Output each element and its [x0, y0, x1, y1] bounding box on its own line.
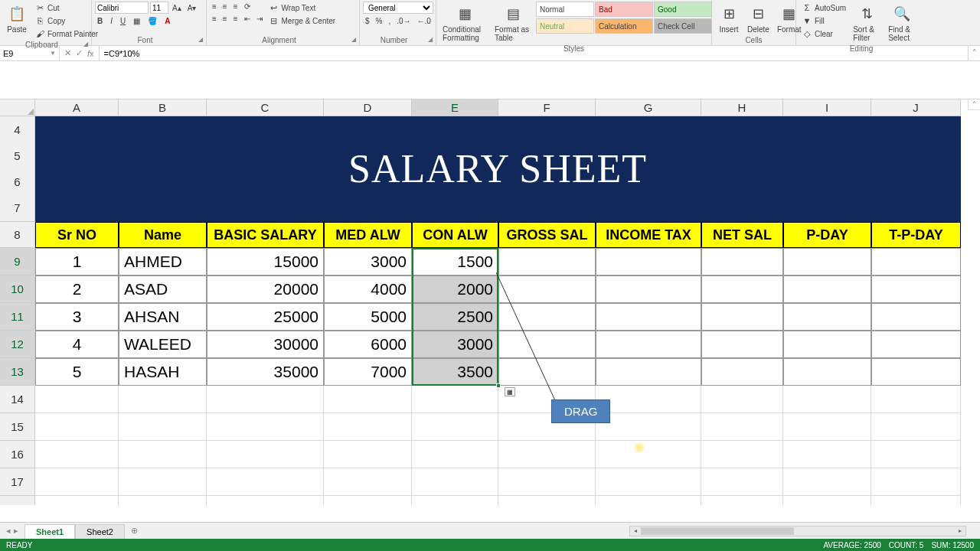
cell[interactable] [498, 441, 596, 468]
new-sheet-button[interactable]: ⊕ [125, 523, 144, 538]
cell[interactable] [701, 413, 783, 441]
align-left-button[interactable]: ≡ [210, 14, 219, 24]
cell[interactable] [701, 276, 783, 303]
style-good[interactable]: Good [654, 2, 712, 17]
cell[interactable] [596, 386, 701, 413]
row-header-15[interactable]: 15 [0, 413, 35, 441]
align-right-button[interactable]: ≡ [231, 14, 240, 24]
find-select-button[interactable]: 🔍Find & Select [885, 2, 919, 44]
cell[interactable] [783, 386, 871, 413]
hdr-basic[interactable]: BASIC SALARY [207, 222, 324, 248]
cell[interactable] [783, 276, 871, 303]
style-neutral[interactable]: Neutral [536, 18, 594, 34]
hdr-gross[interactable]: GROSS SAL [498, 222, 596, 248]
cell[interactable] [596, 441, 701, 468]
cell[interactable] [871, 276, 961, 303]
cell[interactable] [783, 358, 871, 386]
col-header-B[interactable]: B [119, 99, 207, 116]
cell[interactable] [783, 331, 871, 358]
row-header-13[interactable]: 13 [0, 358, 35, 386]
col-header-C[interactable]: C [207, 99, 324, 116]
cell[interactable] [412, 386, 498, 413]
column-headers[interactable]: A B C D E F G H I J [0, 99, 980, 116]
cell[interactable]: 4000 [324, 276, 412, 303]
cell[interactable] [498, 331, 596, 358]
cell[interactable] [783, 441, 871, 468]
tab-sheet1[interactable]: Sheet1 [24, 524, 75, 540]
style-check-cell[interactable]: Check Cell [654, 18, 712, 34]
orientation-button[interactable]: ⟳ [242, 2, 253, 11]
cell[interactable] [701, 386, 783, 413]
cell[interactable]: WALEED [119, 331, 207, 358]
cell[interactable] [701, 441, 783, 468]
conditional-formatting-button[interactable]: ▦Conditional Formatting [439, 2, 490, 44]
cell[interactable]: 2 [35, 276, 119, 303]
autosum-button[interactable]: ΣAutoSum [799, 2, 848, 14]
cell[interactable] [596, 303, 701, 331]
comma-button[interactable]: , [386, 16, 393, 26]
cell[interactable]: AHSAN [119, 303, 207, 331]
format-painter-button[interactable]: 🖌Format Painter [32, 28, 100, 40]
insert-button[interactable]: ⊞Insert [715, 2, 743, 35]
cancel-formula-button[interactable]: ✕ [64, 48, 71, 58]
cell[interactable] [871, 358, 961, 386]
cell[interactable] [35, 441, 119, 468]
cell[interactable] [412, 441, 498, 468]
align-middle-button[interactable]: ≡ [220, 2, 230, 11]
cell[interactable]: 30000 [207, 331, 324, 358]
hdr-srno[interactable]: Sr NO [35, 222, 119, 248]
hdr-med[interactable]: MED ALW [324, 222, 412, 248]
cell[interactable] [35, 468, 119, 496]
cell[interactable]: 1 [35, 248, 119, 276]
select-all-corner[interactable] [0, 99, 35, 116]
cell[interactable]: 25000 [207, 303, 324, 331]
fx-button[interactable]: fx [87, 49, 94, 58]
font-name-input[interactable] [95, 2, 149, 14]
cell[interactable] [871, 468, 961, 496]
tab-nav[interactable]: ◂▸ [0, 526, 24, 536]
cut-button[interactable]: ✂Cut [32, 2, 100, 14]
cell[interactable] [871, 303, 961, 331]
cell[interactable] [412, 413, 498, 441]
col-header-J[interactable]: J [871, 99, 961, 116]
cell[interactable] [596, 276, 701, 303]
row-header-12[interactable]: 12 [0, 331, 35, 358]
currency-button[interactable]: $ [363, 16, 372, 26]
cell[interactable] [871, 248, 961, 276]
indent-inc-button[interactable]: ⇥ [254, 14, 265, 24]
cell[interactable] [324, 441, 412, 468]
clear-button[interactable]: ◇Clear [799, 28, 848, 40]
cell[interactable] [324, 413, 412, 441]
title-cell[interactable]: SALARY SHEET [35, 116, 961, 222]
cell[interactable]: 35000 [207, 358, 324, 386]
hdr-pday[interactable]: P-DAY [783, 222, 871, 248]
col-header-H[interactable]: H [701, 99, 783, 116]
increase-font-button[interactable]: A▴ [170, 2, 184, 14]
decrease-font-button[interactable]: A▾ [185, 2, 199, 14]
cell[interactable] [35, 386, 119, 413]
cell[interactable]: 20000 [207, 276, 324, 303]
merge-center-button[interactable]: ⊟Merge & Center [266, 15, 338, 27]
fill-color-button[interactable]: 🪣 [145, 16, 159, 26]
row-header-17[interactable]: 17 [0, 468, 35, 496]
cell[interactable] [498, 468, 596, 496]
col-header-F[interactable]: F [498, 99, 596, 116]
cell[interactable] [35, 496, 119, 505]
cell[interactable] [324, 496, 412, 505]
cell[interactable] [871, 386, 961, 413]
cell[interactable] [35, 413, 119, 441]
cell[interactable] [207, 496, 324, 505]
cell[interactable]: HASAH [119, 358, 207, 386]
cell[interactable] [596, 358, 701, 386]
hdr-net[interactable]: NET SAL [701, 222, 783, 248]
sort-filter-button[interactable]: ⇅Sort & Filter [850, 2, 884, 44]
fill-button[interactable]: ▼Fill [799, 15, 848, 27]
cell[interactable] [871, 441, 961, 468]
percent-button[interactable]: % [374, 16, 385, 26]
row-header-8[interactable]: 8 [0, 222, 35, 248]
cell[interactable]: 1500 [412, 248, 498, 276]
cell[interactable] [498, 358, 596, 386]
cell[interactable] [412, 468, 498, 496]
delete-button[interactable]: ⊟Delete [744, 2, 773, 35]
tab-sheet2[interactable]: Sheet2 [75, 524, 125, 539]
